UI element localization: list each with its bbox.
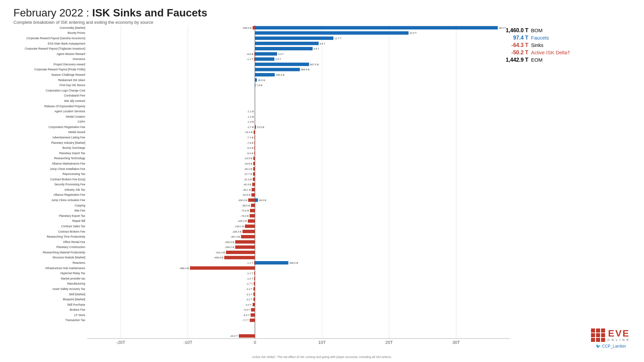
svg-text:Planetary Construction: Planetary Construction xyxy=(56,245,85,249)
svg-text:Bounty Surcharge: Bounty Surcharge xyxy=(62,146,85,149)
svg-text:Reactions: Reactions xyxy=(72,261,85,264)
svg-text:-968.4 B: -968.4 B xyxy=(179,267,189,270)
svg-text:-431.4 B: -431.4 B xyxy=(215,251,225,254)
svg-text:-3.4 T: -3.4 T xyxy=(245,303,252,306)
svg-rect-185 xyxy=(250,318,255,322)
svg-text:Structure Module [Market]: Structure Module [Market] xyxy=(52,256,85,259)
svg-rect-37 xyxy=(255,57,274,61)
svg-text:36.2 T: 36.2 T xyxy=(499,26,506,29)
svg-text:-7.8 B: -7.8 B xyxy=(247,141,253,144)
svg-rect-167 xyxy=(254,287,255,291)
svg-text:295.4 B: 295.4 B xyxy=(276,73,284,76)
svg-text:-185.4 B: -185.4 B xyxy=(232,230,241,233)
svg-text:ESS Main Bank Autopayment: ESS Main Bank Autopayment xyxy=(48,42,85,45)
svg-text:Medal Creation: Medal Creation xyxy=(66,115,85,118)
svg-text:Project Discovery reward: Project Discovery reward xyxy=(54,63,86,66)
svg-text:Security Processing Fee: Security Processing Fee xyxy=(54,183,85,186)
svg-rect-176 xyxy=(253,303,255,306)
svg-rect-49 xyxy=(255,78,257,82)
svg-text:2.9 T: 2.9 T xyxy=(275,58,281,61)
svg-text:-294.2 B: -294.2 B xyxy=(225,246,234,249)
svg-rect-30 xyxy=(254,52,255,56)
svg-text:-23.5 B: -23.5 B xyxy=(244,157,252,160)
svg-text:-7.7 T: -7.7 T xyxy=(242,319,249,322)
title-prefix: February 2022 : xyxy=(13,7,92,19)
svg-text:-100.0 B: -100.0 B xyxy=(238,199,247,202)
svg-rect-91 xyxy=(253,162,255,165)
svg-text:Corporation Logo Change Cost: Corporation Logo Change Cost xyxy=(46,89,85,92)
svg-rect-52 xyxy=(255,83,256,87)
svg-text:Corporation Registration Fee: Corporation Registration Fee xyxy=(49,125,85,129)
svg-text:LP Store: LP Store xyxy=(74,313,85,317)
svg-text:Bounty Prizes: Bounty Prizes xyxy=(68,31,85,35)
svg-rect-85 xyxy=(254,152,255,155)
svg-text:20T: 20T xyxy=(385,340,393,345)
svg-text:11.7 T: 11.7 T xyxy=(334,37,342,40)
svg-text:Copying: Copying xyxy=(75,204,85,207)
svg-text:Industry Job Tax: Industry Job Tax xyxy=(64,188,85,191)
svg-text:CSPA: CSPA xyxy=(77,120,85,123)
svg-rect-76 xyxy=(254,136,255,139)
svg-rect-123 xyxy=(250,214,255,218)
svg-text:-5.9 T: -5.9 T xyxy=(244,308,250,311)
svg-text:Contract Sales Tax: Contract Sales Tax xyxy=(61,225,86,228)
svg-text:Agent Location Services: Agent Location Services xyxy=(54,110,85,113)
svg-text:-149.1 B: -149.1 B xyxy=(234,225,244,228)
svg-rect-150 xyxy=(254,261,255,264)
svg-text:-79.0 B: -79.0 B xyxy=(240,215,249,218)
svg-text:15.5 B: 15.5 B xyxy=(257,126,264,129)
svg-text:Corporate Reward Payout [Pirat: Corporate Reward Payout [Pirate FOBs] xyxy=(34,68,85,71)
svg-text:-1.9 B: -1.9 B xyxy=(247,120,254,123)
svg-text:28.5 B: 28.5 B xyxy=(258,79,265,82)
svg-text:-26.2 B: -26.2 B xyxy=(244,168,252,171)
svg-text:-2.7 B: -2.7 B xyxy=(247,126,254,129)
svg-rect-43 xyxy=(255,68,300,71)
svg-rect-79 xyxy=(254,141,255,144)
svg-text:Contraband Fine: Contraband Fine xyxy=(64,94,86,97)
svg-text:498.5 B: 498.5 B xyxy=(289,261,298,264)
svg-rect-15 xyxy=(255,26,498,29)
svg-text:Planetary Industry [Market]: Planetary Industry [Market] xyxy=(51,141,85,144)
svg-rect-100 xyxy=(253,178,255,181)
svg-text:-1.2 B: -1.2 B xyxy=(247,115,254,118)
svg-text:Transaction Tax: Transaction Tax xyxy=(65,318,85,322)
svg-text:Release Of Impounded Property: Release Of Impounded Property xyxy=(44,105,86,108)
svg-text:Contract Brokers Fee [corp]: Contract Brokers Fee [corp] xyxy=(50,178,85,181)
svg-text:7.9 B: 7.9 B xyxy=(257,84,263,87)
svg-rect-32 xyxy=(255,52,277,56)
svg-text:-1.1 T: -1.1 T xyxy=(247,58,253,61)
svg-text:-49.1 B: -49.1 B xyxy=(243,188,251,191)
svg-text:Manufacturing: Manufacturing xyxy=(67,282,85,285)
svg-text:Redeemed ISK token: Redeemed ISK token xyxy=(58,78,85,82)
svg-rect-114 xyxy=(255,198,258,202)
svg-rect-70 xyxy=(255,125,256,129)
svg-rect-132 xyxy=(243,230,255,233)
svg-rect-164 xyxy=(254,282,255,285)
svg-text:-19.4 B: -19.4 B xyxy=(245,131,253,134)
svg-rect-138 xyxy=(235,240,255,244)
svg-text:-73.6 B: -73.6 B xyxy=(241,209,249,212)
svg-text:Jump Clone Installation Fee: Jump Clone Installation Fee xyxy=(50,167,86,171)
svg-text:Medal Issued: Medal Issued xyxy=(68,130,85,134)
svg-text:-1.1 B: -1.1 B xyxy=(247,110,254,113)
svg-text:Advertisement Listing Fee: Advertisement Listing Fee xyxy=(52,136,86,139)
svg-text:-1.7 T: -1.7 T xyxy=(246,282,253,285)
svg-text:Skill [Market]: Skill [Market] xyxy=(69,293,85,296)
svg-rect-173 xyxy=(254,298,255,301)
svg-text:-207.3 B: -207.3 B xyxy=(230,235,240,238)
svg-text:-2.2 T: -2.2 T xyxy=(246,288,253,291)
main-title: February 2022 : ISK Sinks and Faucets xyxy=(13,7,631,19)
svg-rect-35 xyxy=(254,57,255,61)
svg-text:8.6 T: 8.6 T xyxy=(314,47,319,50)
svg-rect-27 xyxy=(255,47,313,50)
svg-text:Blueprint [Market]: Blueprint [Market] xyxy=(63,298,85,301)
svg-text:Season Challenge Reward: Season Challenge Reward xyxy=(51,73,85,76)
svg-text:Corporate Reward Payout [Sansh: Corporate Reward Payout [Sansha Incursio… xyxy=(26,37,85,40)
svg-text:-2.2 T: -2.2 T xyxy=(246,293,253,296)
svg-text:Hypernet Relay Tax: Hypernet Relay Tax xyxy=(60,272,86,275)
svg-rect-161 xyxy=(254,277,255,280)
svg-rect-46 xyxy=(255,73,275,76)
svg-rect-187 xyxy=(239,334,255,338)
svg-rect-182 xyxy=(251,313,255,317)
svg-text:-1.1 T: -1.1 T xyxy=(247,272,253,275)
